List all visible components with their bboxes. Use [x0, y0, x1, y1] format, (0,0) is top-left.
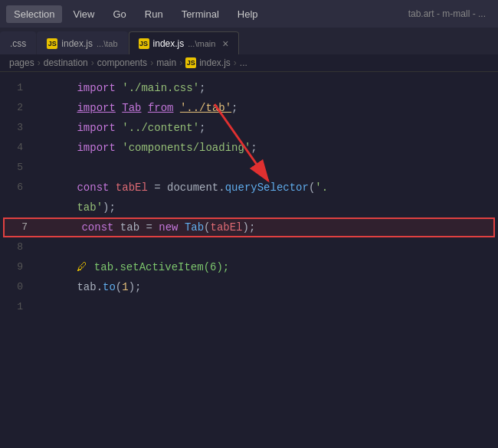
line-num-9: 9	[0, 257, 31, 277]
menu-terminal[interactable]: Terminal	[174, 5, 227, 23]
code-line-4: 4 import 'components/loading';	[0, 138, 498, 158]
menu-help[interactable]: Help	[230, 5, 266, 23]
menu-run[interactable]: Run	[137, 5, 171, 23]
tab-index-main-label: index.js	[153, 38, 185, 49]
line-content-11	[31, 297, 498, 317]
window-title: tab.art - m-mall - ...	[408, 8, 492, 19]
close-tab-button[interactable]: ×	[222, 38, 228, 50]
line-num-8: 8	[0, 237, 31, 257]
code-editor: 1 import './main.css'; 2 import Tab from…	[0, 72, 498, 323]
line-num-10: 0	[0, 277, 31, 297]
menu-view[interactable]: View	[65, 5, 102, 23]
line-num-4: 4	[0, 138, 31, 158]
line-num-2: 2	[0, 98, 31, 118]
tab-css-label: .css	[10, 38, 26, 49]
js-icon: JS	[47, 38, 57, 49]
code-line-11: 1	[0, 297, 498, 317]
line-num-5: 5	[0, 158, 31, 178]
line-num-1: 1	[0, 78, 31, 98]
tab-index-tab[interactable]: JS index.js ...\tab	[37, 31, 127, 54]
line-num-6: 6	[0, 178, 31, 198]
tab-index-tab-label: index.js	[61, 38, 93, 49]
menu-selection[interactable]: Selection	[6, 5, 62, 23]
tab-index-main-path: ...\main	[188, 39, 215, 48]
tab-css[interactable]: .css	[0, 31, 36, 54]
tab-bar: .css JS index.js ...\tab JS index.js ...…	[0, 28, 498, 54]
menu-bar: Selection View Go Run Terminal Help tab.…	[0, 0, 498, 28]
line-num-7: 7	[5, 217, 35, 237]
code-line-10: 0 tab.to(1);	[0, 277, 498, 297]
line-num-3: 3	[0, 118, 31, 138]
line-num-11: 1	[0, 297, 31, 317]
tab-index-tab-path: ...\tab	[97, 39, 118, 48]
tab-index-main[interactable]: JS index.js ...\main ×	[129, 31, 239, 54]
js-icon-active: JS	[139, 38, 149, 49]
code-line-7: 7 const tab = new Tab(tabEl);	[3, 217, 495, 237]
menu-go[interactable]: Go	[105, 5, 133, 23]
